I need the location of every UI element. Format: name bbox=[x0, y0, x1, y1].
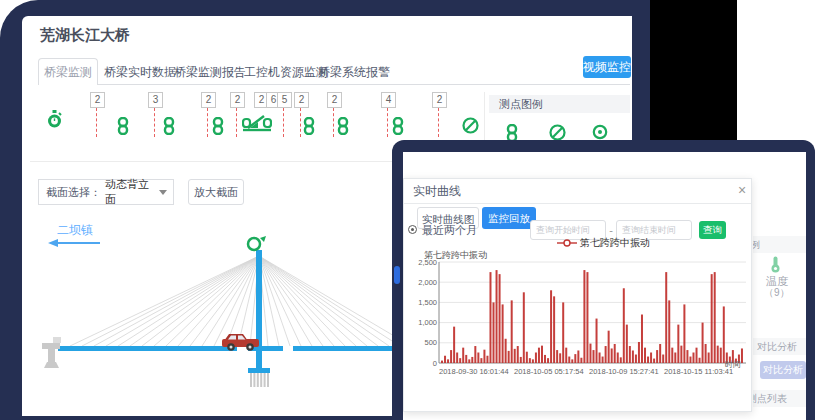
svg-text:1,500: 1,500 bbox=[418, 298, 437, 307]
search-button[interactable]: 查询 bbox=[699, 221, 726, 239]
legend-panel-header: 测点图例 bbox=[489, 95, 630, 113]
sensor-dash-line bbox=[438, 108, 439, 137]
chain-icon[interactable] bbox=[303, 117, 319, 135]
svg-text:500: 500 bbox=[424, 338, 437, 347]
chain-icon[interactable] bbox=[163, 117, 179, 135]
sensor-dash-line bbox=[207, 108, 208, 137]
svg-text:时间: 时间 bbox=[725, 360, 741, 369]
stopwatch-icon[interactable] bbox=[46, 110, 62, 128]
noentry-icon[interactable] bbox=[462, 117, 478, 135]
bridge-elevation-diagram bbox=[22, 236, 392, 406]
sensor-dash-line bbox=[96, 108, 97, 137]
chain-icon[interactable] bbox=[337, 117, 353, 135]
tab-realtime-data[interactable]: 桥梁实时数据 bbox=[104, 64, 176, 81]
chart-legend-label: 第七跨跨中振动 bbox=[580, 236, 650, 250]
enlarge-section-button[interactable]: 放大截面 bbox=[188, 179, 244, 205]
overlay-window-scrollbar[interactable] bbox=[394, 266, 400, 284]
svg-text:2018-10-15 11:03:41: 2018-10-15 11:03:41 bbox=[664, 367, 733, 376]
tower-foundation-cap bbox=[248, 368, 270, 373]
sensor-dash-line bbox=[333, 108, 334, 137]
sensor-count-badge[interactable]: 2 bbox=[201, 92, 216, 108]
svg-text:2,500: 2,500 bbox=[418, 258, 437, 267]
legend-marker-icon bbox=[557, 239, 577, 247]
view-tab-playback[interactable]: 监控回放 bbox=[482, 207, 536, 229]
chain-icon[interactable] bbox=[392, 117, 408, 135]
section-select-label: 截面选择： bbox=[39, 185, 105, 200]
video-monitor-button[interactable]: 视频监控 bbox=[583, 56, 631, 78]
sensor-dash-line bbox=[236, 108, 237, 137]
tabbar-divider bbox=[38, 84, 630, 85]
last-two-months-label: 最近两个月 bbox=[422, 223, 477, 238]
sensor-count-badge[interactable]: 2 bbox=[230, 92, 245, 108]
sensor-dash-line bbox=[154, 108, 155, 137]
last-two-months-radio[interactable] bbox=[408, 225, 417, 234]
tab-ipc-resource[interactable]: 工控机资源监测 bbox=[244, 64, 328, 81]
tab-system-alarm[interactable]: 桥梁系统报警 bbox=[318, 64, 390, 81]
sidebar-divider bbox=[484, 92, 485, 140]
svg-text:2,000: 2,000 bbox=[418, 278, 437, 287]
page-title: 芜湖长江大桥 bbox=[40, 26, 130, 45]
left-abutment-pier bbox=[42, 337, 61, 368]
svg-text:2018-10-05 05:17:54: 2018-10-05 05:17:54 bbox=[514, 367, 584, 376]
sensor-count-badge[interactable]: 2 bbox=[90, 92, 105, 108]
chevron-down-icon bbox=[159, 190, 167, 195]
svg-text:2018-10-09 15:27:41: 2018-10-09 15:27:41 bbox=[589, 367, 659, 376]
sensor-count-badge[interactable]: 5 bbox=[277, 92, 292, 108]
section-select-value: 动态背立面 bbox=[105, 177, 159, 207]
sensor-dash-line bbox=[387, 108, 388, 137]
svg-text:2018-09-30 16:01:44: 2018-09-30 16:01:44 bbox=[439, 367, 509, 376]
svg-text:1,000: 1,000 bbox=[418, 318, 437, 327]
section-select[interactable]: 截面选择： 动态背立面 bbox=[38, 179, 174, 205]
modal-mask bbox=[753, 152, 806, 420]
sensor-count-badge[interactable]: 3 bbox=[148, 92, 163, 108]
dialog-title: 实时曲线 bbox=[413, 183, 461, 200]
sensor-count-badge[interactable]: 4 bbox=[381, 92, 396, 108]
tab-bridge-monitoring[interactable]: 桥梁监测 bbox=[38, 58, 98, 85]
chain-icon[interactable] bbox=[212, 117, 228, 135]
tab-monitoring-report[interactable]: 桥梁监测报告 bbox=[174, 64, 246, 81]
sensor-count-badge[interactable]: 2 bbox=[432, 92, 447, 108]
vibration-chart: 2,5002,0001,5001,00050002018-09-30 16:01… bbox=[413, 258, 748, 390]
sensor-count-badge[interactable]: 2 bbox=[327, 92, 342, 108]
close-icon[interactable]: × bbox=[738, 182, 746, 198]
sensor-dash-line bbox=[283, 108, 284, 137]
chain-icon[interactable] bbox=[117, 117, 133, 135]
sensor-count-badge[interactable]: 2 bbox=[294, 92, 309, 108]
screenshot-canvas: 芜湖长江大桥 桥梁监测 桥梁实时数据 桥梁监测报告 工控机资源监测 桥梁系统报警… bbox=[0, 0, 815, 420]
tower-piles bbox=[250, 373, 269, 387]
bearing-icon[interactable] bbox=[242, 114, 258, 132]
deck-joint bbox=[283, 346, 293, 351]
content-divider bbox=[30, 161, 454, 162]
dialog-header-divider bbox=[404, 203, 751, 204]
black-region bbox=[650, 0, 737, 141]
svg-text:0: 0 bbox=[433, 359, 437, 368]
bridge-cables bbox=[70, 256, 392, 346]
sensor-dash-line bbox=[300, 108, 301, 137]
tower-camera-icon[interactable] bbox=[248, 236, 266, 250]
chart-legend[interactable]: 第七跨跨中振动 bbox=[557, 236, 650, 250]
